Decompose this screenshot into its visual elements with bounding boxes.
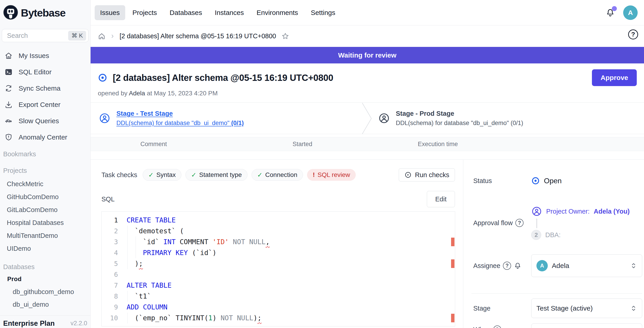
- topbar: IssuesProjectsDatabasesInstancesEnvironm…: [90, 0, 644, 25]
- column-header-comment: Comment: [140, 141, 167, 148]
- play-circle-icon: [404, 171, 412, 178]
- bookmark-star-icon[interactable]: [282, 32, 289, 40]
- stage-title-link[interactable]: Stage - Test Stage: [116, 110, 244, 117]
- editor-error-mark: [451, 238, 454, 246]
- check-icon: ✓: [257, 171, 262, 179]
- code-token: ADD COLUMN: [126, 303, 168, 311]
- sidebar-item-slow-queries[interactable]: Slow Queries: [0, 113, 90, 129]
- sql-editor[interactable]: 1CREATE TABLE2`demotest` (3`id` INT COMM…: [102, 211, 455, 326]
- sidebar-database-db_githubcom_demo[interactable]: db_githubcom_demo: [0, 286, 90, 298]
- sidebar-item-anomaly-center[interactable]: Anomaly Center: [0, 129, 90, 146]
- check-pills: ✓Syntax✓Statement type✓Connection!SQL re…: [143, 169, 356, 181]
- code-token: `demotest` (: [135, 227, 184, 235]
- sidebar-project-checkmetric[interactable]: CheckMetric: [0, 178, 90, 190]
- code-line-6: 6: [102, 269, 455, 280]
- terminal-icon: [4, 68, 13, 76]
- chevron-updown-icon: [630, 304, 638, 312]
- check-pill-label: Statement type: [199, 171, 242, 178]
- check-pill-connection[interactable]: ✓Connection: [252, 169, 303, 181]
- approval-flow-row: Approval flow ? Project Owner: Adela (Yo…: [473, 206, 642, 240]
- pipeline-stages: Stage - Test StageDDL(schema) for databa…: [90, 102, 644, 134]
- code-line-10: 10(`emp_no` TINYINT(1) NOT NULL);: [102, 312, 455, 324]
- sidebar-databases-list: db_githubcom_demodb_ui_demo: [0, 286, 90, 311]
- code-text: `id` INT COMMENT 'ID' NOT NULL,: [124, 236, 270, 247]
- sidebar-database-db_ui_demo[interactable]: db_ui_demo: [0, 298, 90, 311]
- when-date-input[interactable]: Unset: [531, 324, 642, 328]
- assignee-help-icon[interactable]: ?: [503, 262, 511, 270]
- code-token: (`emp_no` TINYINT(: [135, 314, 208, 322]
- code-token: ;: [139, 260, 143, 268]
- code-text: ADD COLUMN: [124, 302, 168, 312]
- user-avatar[interactable]: A: [623, 6, 638, 20]
- sidebar-project-multitenantdemo[interactable]: MultiTenantDemo: [0, 229, 90, 242]
- sidebar-item-label: Export Center: [18, 101, 60, 108]
- code-token: NOT NULL: [229, 238, 266, 246]
- search-input[interactable]: Search ⌘ K: [2, 29, 88, 42]
- tab-issues[interactable]: Issues: [95, 5, 125, 20]
- sidebar-project-uidemo[interactable]: UIDemo: [0, 242, 90, 255]
- sql-label: SQL: [102, 196, 114, 203]
- assignee-label: Assignee ?: [473, 262, 531, 270]
- check-pill-syntax[interactable]: ✓Syntax: [143, 169, 182, 181]
- tab-projects[interactable]: Projects: [127, 5, 162, 20]
- issue-title-row: [2 databases] Alter schema @05-15 16:19 …: [90, 64, 644, 86]
- code-text: (`emp_no` TINYINT(1) NOT NULL);: [124, 312, 262, 324]
- assignee-bell-icon[interactable]: [514, 262, 522, 270]
- sidebar-project-githubcomdemo[interactable]: GitHubComDemo: [0, 190, 90, 204]
- status-row: Status Open: [473, 176, 642, 185]
- sidebar-item-my-issues[interactable]: My Issues: [0, 48, 90, 64]
- review-status-banner: Waiting for review: [90, 47, 644, 64]
- approve-button[interactable]: Approve: [592, 69, 637, 86]
- bytebase-logo[interactable]: Bytebase: [0, 0, 90, 25]
- approval-help-icon[interactable]: ?: [516, 219, 524, 227]
- when-help-icon[interactable]: ?: [493, 326, 501, 328]
- sidebar-project-gitlabcomdemo[interactable]: GitLabComDemo: [0, 204, 90, 216]
- line-number: 7: [102, 280, 124, 291]
- sidebar-item-sync-schema[interactable]: Sync Schema: [0, 80, 90, 96]
- line-number: 10: [102, 312, 124, 324]
- plan-version: v2.2.0: [70, 320, 87, 327]
- code-text: );: [124, 258, 143, 269]
- check-pill-statement-type[interactable]: ✓Statement type: [186, 169, 248, 181]
- editor-error-mark: [451, 314, 454, 322]
- indent-guide: [128, 291, 128, 302]
- code-token: ALTER TABLE: [126, 281, 172, 289]
- spacer: [90, 151, 644, 160]
- tab-databases[interactable]: Databases: [164, 5, 208, 20]
- opened-prefix: opened by: [98, 90, 129, 97]
- assignee-value: Adela: [552, 262, 626, 270]
- stage-select[interactable]: Test Stage (active): [531, 298, 642, 318]
- main-area: IssuesProjectsDatabasesInstancesEnvironm…: [90, 0, 644, 328]
- notifications-bell-button[interactable]: [606, 8, 615, 18]
- sidebar-item-sql-editor[interactable]: SQL Editor: [0, 64, 90, 80]
- assignee-avatar: A: [536, 260, 548, 271]
- approval-step2-role: DBA:: [545, 231, 561, 239]
- plan-footer[interactable]: Enterprise Plan v2.2.0: [0, 315, 90, 328]
- help-circle-icon[interactable]: ?: [628, 30, 638, 40]
- code-token: 1: [208, 314, 212, 322]
- issue-author[interactable]: Adela: [129, 90, 145, 97]
- task-table-header: CommentStartedExecution time: [90, 137, 644, 151]
- opened-suffix: at May 15, 2023 4:20 PM: [145, 90, 218, 97]
- approval-step1-user[interactable]: Adela (You): [594, 208, 630, 215]
- chevron-updown-icon: [630, 262, 638, 270]
- run-checks-button[interactable]: Run checks: [399, 168, 455, 182]
- code-line-9: 9ADD COLUMN: [102, 302, 455, 312]
- tab-instances[interactable]: Instances: [210, 5, 249, 20]
- sidebar-project-hospital-databases[interactable]: Hospital Databases: [0, 216, 90, 229]
- sidebar-item-export-center[interactable]: Export Center: [0, 96, 90, 113]
- breadcrumb-home-icon[interactable]: [98, 32, 106, 40]
- assignee-select[interactable]: A Adela: [531, 254, 642, 277]
- tab-environments[interactable]: Environments: [251, 5, 304, 20]
- code-token: `id`: [143, 238, 163, 246]
- search-shortcut-kbd: ⌘ K: [68, 31, 86, 40]
- approval-step2-number: 2: [531, 230, 541, 240]
- tab-settings[interactable]: Settings: [305, 5, 340, 20]
- stage-task-link[interactable]: DDL(schema) for database "db_ui_demo" (0…: [116, 120, 244, 126]
- approval-step1-role: Project Owner:: [546, 208, 590, 215]
- check-pill-sql-review[interactable]: !SQL review: [307, 169, 356, 181]
- code-token: ;: [258, 314, 262, 322]
- sidebar-section-projects: Projects: [0, 167, 90, 174]
- code-token: INT: [163, 238, 176, 246]
- edit-sql-button[interactable]: Edit: [427, 191, 455, 207]
